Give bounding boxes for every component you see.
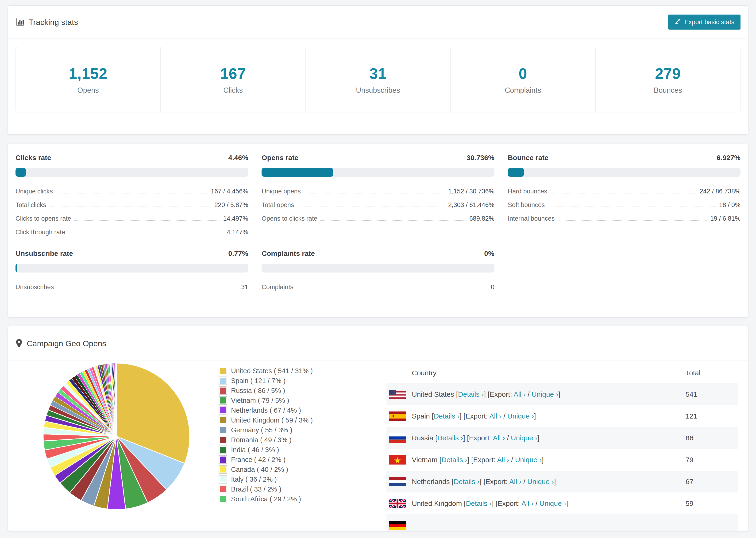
stat-value: 0 bbox=[519, 65, 527, 82]
dotted-leader bbox=[320, 220, 466, 221]
column-header-country: Country bbox=[387, 363, 685, 383]
legend-swatch bbox=[219, 426, 227, 434]
export-unique-link[interactable]: Unique › bbox=[511, 434, 537, 442]
rate-value: 6.927% bbox=[717, 154, 740, 162]
column-header-total: Total bbox=[685, 363, 738, 383]
export-unique-link[interactable]: Unique › bbox=[540, 500, 566, 507]
export-prefix: Export: bbox=[473, 456, 497, 463]
legend-label: Italy ( 36 / 2% ) bbox=[231, 476, 277, 483]
rate-row-label: Complaints bbox=[261, 284, 293, 293]
pie-legend: United States ( 541 / 31% )Spain ( 121 /… bbox=[219, 366, 313, 504]
details-link[interactable]: Details › bbox=[437, 434, 463, 442]
progress-bar-bounce-rate bbox=[508, 168, 740, 177]
progress-bar-opens-rate bbox=[261, 168, 494, 177]
rate-row-unique-clicks: Unique clicks167 / 4.456% bbox=[16, 184, 248, 197]
flag-icon-gb bbox=[389, 499, 406, 508]
export-all-link[interactable]: All › bbox=[509, 478, 521, 485]
legend-label: India ( 46 / 3% ) bbox=[231, 446, 279, 454]
rate-row-label: Opens to clicks rate bbox=[261, 215, 317, 225]
tracking-stats-card: Tracking stats Export basic stats 1,152O… bbox=[8, 5, 748, 134]
dotted-leader bbox=[548, 207, 716, 207]
flag-icon-es bbox=[389, 411, 406, 421]
rate-value: 0.77% bbox=[228, 249, 248, 257]
export-prefix: Export: bbox=[485, 478, 509, 485]
export-basic-stats-button[interactable]: Export basic stats bbox=[668, 15, 740, 29]
bracket: ] [ bbox=[467, 456, 473, 463]
export-all-link[interactable]: All › bbox=[497, 456, 509, 463]
rate-row-total-clicks: Total clicks220 / 5.87% bbox=[16, 197, 248, 211]
geo-card-header: Campaign Geo Opens bbox=[8, 326, 748, 361]
rate-row-value: 220 / 5.87% bbox=[214, 201, 248, 211]
legend-item-south-africa: South Africa ( 29 / 2% ) bbox=[219, 494, 313, 504]
flag-icon-us bbox=[389, 390, 406, 399]
rate-title: Unsubscribe rate bbox=[16, 249, 73, 257]
rate-row-label: Soft bounces bbox=[508, 201, 545, 211]
rate-row-value: 18 / 0% bbox=[719, 201, 740, 211]
dotted-leader bbox=[297, 207, 445, 207]
legend-label: Germany ( 55 / 3% ) bbox=[231, 426, 292, 434]
export-all-link[interactable]: All › bbox=[489, 412, 502, 420]
details-link[interactable]: Details › bbox=[454, 478, 479, 485]
rate-section-complaints-rate: Complaints rate0%Complaints0 bbox=[261, 249, 494, 293]
export-unique-link[interactable]: Unique › bbox=[507, 412, 534, 420]
flag-icon-ru bbox=[389, 433, 406, 443]
export-all-link[interactable]: All › bbox=[493, 434, 505, 442]
legend-item-germany: Germany ( 55 / 3% ) bbox=[219, 425, 313, 435]
details-link[interactable]: Details › bbox=[466, 500, 492, 507]
details-link[interactable]: Details › bbox=[434, 412, 459, 420]
rate-row-value: 2,303 / 61.446% bbox=[448, 201, 495, 211]
rates-card: Clicks rate4.46%Unique clicks167 / 4.456… bbox=[8, 144, 748, 317]
rate-title: Bounce rate bbox=[508, 154, 549, 162]
legend-label: United States ( 541 / 31% ) bbox=[231, 367, 313, 375]
rate-row-value: 4.147% bbox=[227, 229, 248, 238]
rate-section-opens-rate: Opens rate30.736%Unique opens1,152 / 30.… bbox=[261, 154, 494, 225]
progress-bar-clicks-rate bbox=[16, 168, 248, 177]
geo-card-title: Campaign Geo Opens bbox=[16, 339, 106, 348]
stat-label: Bounces bbox=[654, 86, 682, 95]
details-link[interactable]: Details › bbox=[441, 456, 467, 463]
details-link[interactable]: Details › bbox=[458, 390, 484, 398]
export-unique-link[interactable]: Unique › bbox=[515, 456, 542, 463]
stat-value: 1,152 bbox=[69, 65, 108, 82]
rates-grid: Clicks rate4.46%Unique clicks167 / 4.456… bbox=[16, 154, 740, 293]
geo-content: United States ( 541 / 31% )Spain ( 121 /… bbox=[8, 361, 748, 531]
country-name: United States bbox=[412, 390, 454, 398]
export-all-link[interactable]: All › bbox=[514, 390, 526, 398]
map-pin-icon bbox=[16, 339, 23, 348]
slash: / bbox=[505, 434, 511, 442]
geo-opens-table: Country Total United States [Details ›] … bbox=[387, 363, 738, 531]
legend-label: Spain ( 121 / 7% ) bbox=[231, 377, 286, 385]
export-unique-link[interactable]: Unique › bbox=[527, 478, 554, 485]
export-button-label: Export basic stats bbox=[684, 19, 734, 26]
rate-row-value: 31 bbox=[241, 284, 248, 293]
legend-label: Brazil ( 33 / 2% ) bbox=[231, 485, 281, 493]
rate-row-value: 0 bbox=[491, 284, 495, 293]
rate-row-complaints: Complaints0 bbox=[261, 280, 494, 293]
country-name: Vietnam bbox=[412, 456, 438, 463]
country-total: 67 bbox=[685, 471, 738, 493]
slash: / bbox=[509, 456, 515, 463]
country-name: United Kingdom bbox=[412, 500, 462, 507]
tracking-card-header: Tracking stats Export basic stats bbox=[8, 6, 748, 39]
rate-row-internal-bounces: Internal bounces19 / 6.81% bbox=[508, 211, 740, 225]
dotted-leader bbox=[57, 289, 238, 289]
export-prefix: Export: bbox=[465, 412, 489, 420]
legend-swatch bbox=[219, 377, 227, 385]
stat-complaints: 0Complaints bbox=[451, 47, 595, 112]
progress-bar-fill bbox=[261, 168, 333, 177]
export-all-link[interactable]: All › bbox=[521, 500, 534, 507]
bracket: ] [ bbox=[484, 390, 490, 398]
tracking-title: Tracking stats bbox=[28, 18, 78, 27]
stat-value: 167 bbox=[220, 65, 246, 82]
rate-section-unsubscribe-rate: Unsubscribe rate0.77%Unsubscribes31 bbox=[16, 249, 248, 293]
campaign-geo-opens-card: Campaign Geo Opens United States ( 541 /… bbox=[8, 326, 748, 531]
bottom-fade-overlay bbox=[8, 514, 384, 531]
flag-icon-nl bbox=[389, 477, 406, 486]
dotted-leader bbox=[551, 193, 696, 193]
bracket: [ bbox=[438, 456, 442, 463]
stat-label: Clicks bbox=[223, 86, 243, 95]
legend-swatch bbox=[219, 495, 227, 503]
pie-slice-other-43 bbox=[116, 363, 117, 436]
progress-bar-unsubscribe-rate bbox=[16, 264, 248, 273]
export-unique-link[interactable]: Unique › bbox=[531, 390, 558, 398]
